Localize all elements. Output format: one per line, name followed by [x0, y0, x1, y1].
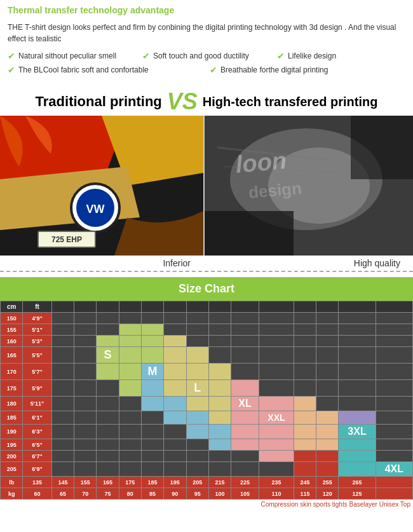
col-135 [51, 301, 74, 313]
high-quality-label: High quality [203, 256, 413, 271]
col-255 [339, 301, 376, 313]
size-chart-section: Size Chart cm ft [0, 277, 413, 509]
vs-header: Traditional printing VS High-tech transf… [0, 88, 413, 116]
header-section: Thermal transfer technology advantage TH… [0, 0, 413, 84]
features-row-1: ✔ Natural sithout peculiar smell ✔ Soft … [8, 51, 405, 61]
table-row: 205 6'9" 4XL [1, 462, 413, 477]
table-row: 190 6'3" 3XL [1, 425, 413, 439]
col-215 [231, 301, 259, 313]
bottom-caption: Compression skin sports tights Baselayer… [0, 500, 413, 509]
table-row: 155 5'1" [1, 324, 413, 336]
col-195 [186, 301, 208, 313]
col-245 [316, 301, 339, 313]
vs-left-text: Traditional printing [36, 93, 162, 110]
table-header-row: cm ft [1, 301, 413, 313]
table-row: 175 5'9" L [1, 380, 413, 397]
table-row: 165 5'5" S [1, 347, 413, 364]
table-row: 150 4'9" [1, 313, 413, 324]
check-icon-4: ✔ [8, 65, 15, 75]
col-205 [208, 301, 231, 313]
page-title: Thermal transfer technology advantage [8, 5, 405, 15]
table-row: 170 5'7" M [1, 364, 413, 380]
feature-2-label: Soft touch and good ductility [153, 51, 249, 60]
check-icon-3: ✔ [277, 51, 285, 61]
description: THE T-shirt design looks perfect and fir… [8, 22, 405, 44]
col-155 [97, 301, 119, 313]
cm-header: cm [1, 301, 23, 313]
table-row: 180 5'11" XL [1, 397, 413, 411]
feature-2: ✔ Soft touch and good ductility [142, 51, 271, 61]
table-row: 160 5'3" [1, 336, 413, 347]
check-icon-2: ✔ [142, 51, 150, 61]
size-chart-title: Size Chart [0, 277, 413, 301]
svg-rect-16 [351, 116, 413, 179]
feature-3-label: Lifelike design [288, 51, 336, 60]
left-image: VW 725 EHP [0, 116, 203, 256]
col-175 [141, 301, 163, 313]
table-row: 195 6'5" [1, 439, 413, 451]
col-225 [259, 301, 294, 313]
kg-row: kg 60 65 70 75 80 85 90 95 100 105 110 1… [1, 488, 413, 500]
image-labels: Inferior High quality [0, 256, 413, 272]
feature-3: ✔ Lifelike design [277, 51, 405, 61]
vs-section: Traditional printing VS High-tech transf… [0, 84, 413, 272]
feature-4-label: The BLCool fabric soft and confortable [18, 65, 149, 74]
check-icon-5: ✔ [210, 65, 217, 75]
table-row: 185 6'1" XXL [1, 411, 413, 425]
feature-1-label: Natural sithout peculiar smell [18, 51, 116, 60]
vs-text: VS [167, 90, 198, 113]
left-image-svg: VW 725 EHP [0, 116, 203, 256]
right-image: loon design [203, 116, 413, 256]
feature-5: ✔ Breathable forthe digital printing [210, 65, 405, 75]
col-185 [164, 301, 186, 313]
table-row: 200 6'7" [1, 451, 413, 462]
size-table: cm ft 150 4'9" [0, 301, 413, 500]
col-235 [294, 301, 316, 313]
image-comparison: VW 725 EHP loon design [0, 116, 413, 256]
svg-text:725 EHP: 725 EHP [51, 235, 82, 244]
feature-1: ✔ Natural sithout peculiar smell [8, 51, 136, 61]
feature-4: ✔ The BLCool fabric soft and confortable [8, 65, 203, 75]
svg-rect-15 [205, 211, 294, 256]
check-icon-1: ✔ [8, 51, 15, 61]
features-row-2: ✔ The BLCool fabric soft and confortable… [8, 65, 405, 75]
ft-header: ft [23, 301, 52, 313]
svg-text:VW: VW [86, 203, 105, 215]
right-image-svg: loon design [205, 116, 413, 256]
vs-right-text: High-tech transfered printing [203, 95, 378, 109]
lb-row: lb 135 145 155 165 175 185 195 205 215 2… [1, 477, 413, 488]
col-165 [119, 301, 141, 313]
col-145 [74, 301, 97, 313]
inferior-label: Inferior [0, 256, 203, 271]
col-265 [376, 301, 412, 313]
feature-5-label: Breathable forthe digital printing [220, 65, 328, 74]
